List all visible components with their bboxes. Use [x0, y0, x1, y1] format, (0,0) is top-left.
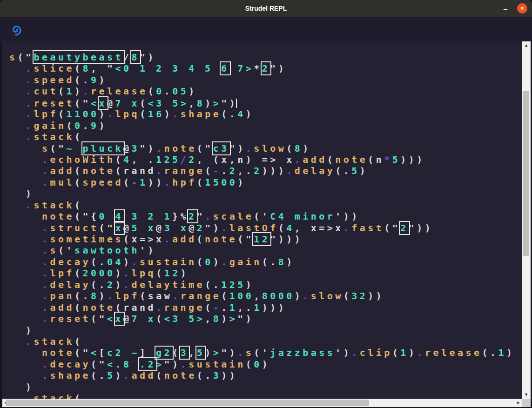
code-token: ("	[99, 222, 115, 234]
code-token: .	[42, 245, 50, 256]
code-token: slice	[34, 63, 75, 74]
code-token: range	[164, 302, 205, 313]
titlebar[interactable]: Strudel REPL – ×	[0, 0, 532, 17]
code-token: 8	[295, 143, 303, 154]
vertical-scrollbar-thumb[interactable]	[523, 91, 529, 256]
code-token: <.8	[107, 359, 140, 370]
code-token: <0 1 2 3 4 5	[115, 63, 222, 74]
minimize-button[interactable]: –	[501, 1, 510, 18]
code-token	[9, 279, 42, 290]
scroll-right-icon[interactable]: ▶	[517, 401, 520, 405]
code-token: .	[295, 154, 303, 165]
code-token: (	[221, 290, 229, 301]
code-line: .add(note(rand.range(-.1,.1)))	[9, 302, 514, 313]
code-token: sustain	[140, 256, 197, 268]
vertical-scrollbar[interactable]: ▲ ▼	[522, 41, 531, 399]
code-token: "))	[409, 222, 433, 234]
code-token: c2 ~	[107, 347, 140, 358]
code-token: /	[181, 154, 189, 165]
code-token: cut	[34, 86, 59, 97]
code-token: 8000	[262, 290, 295, 301]
code-token: )	[74, 86, 83, 97]
code-line: .cut(1).release(0.05)	[9, 86, 514, 97]
code-token: note	[42, 347, 74, 358]
code-token: >	[213, 98, 222, 109]
code-token: (.	[482, 347, 498, 358]
strudel-spiral-logo-icon[interactable]	[10, 23, 23, 36]
code-token: <3 5>	[148, 98, 189, 109]
horizontal-scrollbar[interactable]: ◀ ▶	[2, 399, 522, 407]
code-token: ")	[229, 143, 246, 154]
code-token: 1	[229, 302, 238, 313]
code-token: )	[213, 256, 222, 268]
code-token: ')	[140, 245, 156, 256]
code-token: -	[213, 165, 222, 176]
code-token: ("{	[74, 211, 99, 222]
code-token: 125	[156, 154, 181, 165]
code-token: )	[221, 313, 229, 324]
code-token: 2000	[83, 268, 115, 279]
code-token: .	[156, 143, 164, 154]
code-token: ")	[140, 52, 156, 63]
code-token: )))	[400, 154, 425, 165]
code-token: @	[123, 313, 132, 324]
code-token: )))	[262, 302, 287, 313]
code-token: 16	[148, 108, 164, 120]
code-token: )	[115, 370, 124, 381]
code-token: 05	[172, 86, 189, 97]
code-token: 7 x	[132, 313, 156, 324]
code-line: note("{0 4 3 2 1}%2".scale('C4 minor'))	[9, 211, 514, 222]
code-token: )	[286, 256, 295, 268]
code-line: )	[9, 188, 514, 199]
code-line: .stack(	[9, 393, 514, 399]
code-token	[9, 63, 26, 74]
code-token: ('	[254, 347, 270, 358]
scroll-up-icon[interactable]: ▲	[522, 43, 531, 47]
code-token: ")	[270, 63, 286, 74]
window-title: Strudel REPL	[0, 0, 532, 17]
close-button[interactable]: ×	[517, 3, 527, 13]
code-token: >	[156, 359, 164, 370]
code-token: (	[74, 302, 83, 313]
code-token: reset	[34, 98, 75, 109]
code-editor[interactable]: s("beautybeast/8") .slice(8, "<0 1 2 3 4…	[2, 41, 522, 399]
code-token: (.	[91, 370, 107, 381]
window-controls: – ×	[501, 0, 527, 17]
code-token: 8	[278, 256, 287, 268]
horizontal-scrollbar-thumb[interactable]	[6, 400, 369, 406]
code-token: ))	[221, 370, 237, 381]
code-token: (saw	[140, 290, 172, 301]
code-token: (	[172, 347, 181, 358]
code-token	[9, 143, 42, 154]
code-token: reset	[50, 313, 91, 324]
code-token: -	[213, 302, 222, 313]
code-token: (	[74, 200, 83, 211]
code-line: .add(note(rand.range(-.2,.2))).delay(.5)	[9, 165, 514, 176]
code-token: .	[205, 211, 213, 222]
code-token: @	[156, 222, 164, 234]
code-token: 3 x	[164, 222, 189, 234]
scroll-down-icon[interactable]: ▼	[522, 393, 531, 397]
code-token: (	[197, 177, 205, 188]
code-token: ")	[205, 222, 221, 234]
code-token	[9, 74, 26, 86]
code-token: stack	[34, 393, 75, 399]
code-token: (	[156, 313, 164, 324]
code-token: decay	[50, 359, 91, 370]
code-token: hpf	[172, 177, 197, 188]
code-token: slow	[254, 143, 286, 154]
code-token: 2	[254, 165, 262, 176]
code-token: '))	[335, 211, 360, 222]
code-token: <	[91, 98, 99, 109]
code-token: stack	[34, 200, 75, 211]
code-token: 0	[254, 359, 262, 370]
code-token: 0	[205, 256, 213, 268]
code-token: stack	[34, 131, 75, 142]
code-token: 8	[213, 313, 222, 324]
code-token: <	[107, 313, 115, 324]
code-token: .	[26, 120, 34, 131]
code-token: .	[286, 165, 295, 176]
code-token: sawtooth	[74, 245, 140, 256]
code-token: .	[26, 108, 34, 120]
code-token	[9, 200, 26, 211]
